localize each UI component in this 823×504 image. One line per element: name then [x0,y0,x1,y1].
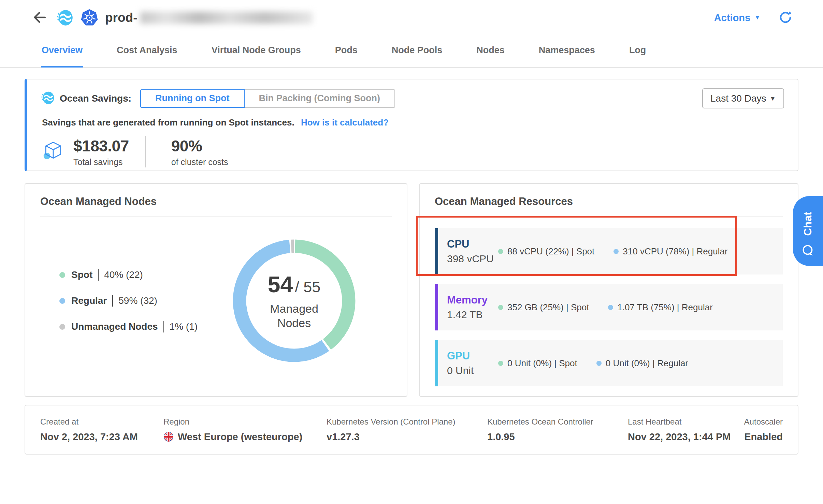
footer-value: v1.27.3 [327,431,487,443]
tab-log[interactable]: Log [629,45,647,68]
nodes-legend: Spot 40% (22) Regular 59% (32) U [59,255,198,347]
legend-value: 1% (1) [170,321,198,332]
savings-description-text: Savings that are generated from running … [42,117,294,128]
cpu-total-value: 398 vCPU [447,253,498,265]
chat-button[interactable]: Chat [793,196,823,266]
cluster-cost-percent-label: of cluster costs [171,157,228,167]
spot-dot-icon [498,305,503,310]
uk-flag-icon [163,432,174,442]
cpu-name: CPU [447,238,498,250]
divider [98,269,99,281]
actions-label: Actions [714,12,750,24]
cpu-regular-text: 310 vCPU (78%) | Regular [623,246,727,257]
savings-toggle: Running on Spot Bin Packing (Coming Soon… [140,89,395,108]
period-dropdown[interactable]: Last 30 Days ▼ [702,88,784,108]
chat-bubble-icon [793,244,823,257]
managed-nodes-donut-chart: 54 / 55 Managed Nodes [229,236,359,366]
cluster-cost-percent-stat: 90% of cluster costs [171,137,228,167]
footer-last-heartbeat: Last Heartbeat Nov 22, 2023, 1:44 PM [628,417,744,443]
cpu-regular-stat: 310 vCPU (78%) | Regular [613,246,727,257]
gpu-regular-text: 0 Unit (0%) | Regular [606,358,688,369]
footer-value: Nov 2, 2023, 7:23 AM [40,431,163,443]
regular-dot-icon [59,298,65,304]
footer-autoscaler: Autoscaler Enabled [744,417,783,443]
footer-ocean-controller: Kubernetes Ocean Controller 1.0.95 [487,417,628,443]
footer-label: Autoscaler [744,417,783,427]
main-content: Ocean Savings: Running on Spot Bin Packi… [0,79,823,455]
regular-dot-icon [608,305,613,310]
tab-nodes[interactable]: Nodes [476,45,505,68]
memory-spot-stat: 352 GB (25%) | Spot [498,302,589,313]
legend-item-regular: Regular 59% (32) [59,295,198,307]
cpu-spot-text: 88 vCPU (22%) | Spot [507,246,594,257]
tab-pods[interactable]: Pods [334,45,358,68]
actions-button[interactable]: Actions ▼ [714,12,760,24]
gpu-spot-stat: 0 Unit (0%) | Spot [498,358,577,369]
back-button[interactable] [31,10,46,26]
savings-description: Savings that are generated from running … [41,117,784,128]
refresh-icon [778,10,793,26]
tab-overview[interactable]: Overview [41,45,83,68]
chat-button-label: Chat [802,212,814,236]
cluster-name-redacted [140,12,313,24]
savings-header-row: Ocean Savings: Running on Spot Bin Packi… [41,88,784,108]
region-value-text: West Europe (westeurope) [178,431,302,443]
how-is-it-calculated-link[interactable]: How is it calculated? [301,117,389,128]
legend-value: 59% (32) [118,295,157,306]
tab-virtual-node-groups[interactable]: Virtual Node Groups [211,45,302,68]
tab-bar: Overview Cost Analysis Virtual Node Grou… [0,35,823,68]
period-dropdown-value: Last 30 Days [710,93,766,104]
gpu-name: GPU [447,350,498,362]
running-on-spot-button[interactable]: Running on Spot [140,89,244,108]
footer-label: Created at [40,417,163,427]
memory-spot-text: 352 GB (25%) | Spot [507,302,589,313]
cpu-accent-bar [435,228,438,275]
tab-cost-analysis[interactable]: Cost Analysis [116,45,178,68]
refresh-button[interactable] [778,10,793,26]
chevron-down-icon: ▼ [754,14,760,21]
footer-label: Kubernetes Version (Control Plane) [327,417,487,427]
legend-label: Regular [71,295,107,306]
footer-created-at: Created at Nov 2, 2023, 7:23 AM [40,417,163,443]
page: prod- Actions ▼ Overview Cost Analysis V… [0,0,823,504]
divider [112,295,113,307]
cluster-title: prod- [105,11,313,25]
total-savings-value: $183.07 [73,137,129,155]
gpu-accent-bar [435,340,438,386]
back-arrow-icon [31,10,46,26]
spot-dot-icon [498,361,503,366]
savings-stats-row: $183.07 Total savings 90% of cluster cos… [41,136,784,167]
donut-center-label: Managed Nodes [262,301,327,330]
ocean-savings-card: Ocean Savings: Running on Spot Bin Packi… [25,79,798,171]
divider [163,321,164,332]
divider [145,136,146,167]
tab-namespaces[interactable]: Namespaces [538,45,596,68]
footer-label: Region [163,417,327,427]
ocean-managed-resources-card: Ocean Managed Resources CPU 398 vCPU [419,183,798,397]
memory-accent-bar [435,284,438,330]
bin-packing-button[interactable]: Bin Packing (Coming Soon) [245,89,395,108]
footer-value: 1.0.95 [487,431,628,443]
divider [435,217,783,217]
total-count: / 55 [295,278,320,296]
chevron-down-icon: ▼ [769,95,776,102]
cluster-cost-percent-value: 90% [171,137,228,155]
footer-value: West Europe (westeurope) [163,431,327,443]
header: prod- Actions ▼ [0,0,823,35]
tab-node-pools[interactable]: Node Pools [391,45,443,68]
footer-kubernetes-version: Kubernetes Version (Control Plane) v1.27… [327,417,487,443]
kubernetes-logo-icon [81,9,98,27]
managed-resources-title: Ocean Managed Resources [435,195,783,208]
ocean-savings-icon [41,91,55,106]
cpu-spot-stat: 88 vCPU (22%) | Spot [498,246,594,257]
managed-nodes-title: Ocean Managed Nodes [40,195,392,208]
managed-count: 54 [268,271,293,297]
footer-label: Kubernetes Ocean Controller [487,417,628,427]
memory-name: Memory [447,294,498,306]
legend-item-spot: Spot 40% (22) [59,269,198,281]
gpu-spot-text: 0 Unit (0%) | Spot [507,358,577,369]
gpu-total-value: 0 Unit [447,365,498,376]
unmanaged-dot-icon [59,324,65,330]
memory-regular-text: 1.07 TB (75%) | Regular [617,302,712,313]
legend-value: 40% (22) [104,269,143,280]
